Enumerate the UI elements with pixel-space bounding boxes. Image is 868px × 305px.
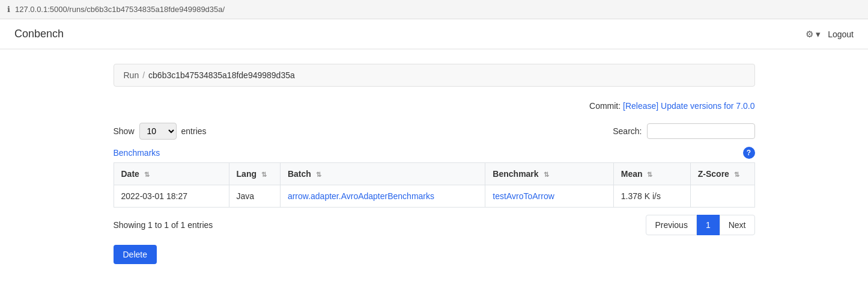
commit-prefix: Commit: bbox=[589, 101, 621, 111]
col-header-mean[interactable]: Mean ⇅ bbox=[613, 163, 690, 185]
commit-line: Commit: [Release] Update versions for 7.… bbox=[114, 101, 755, 111]
batch-link[interactable]: arrow.adapter.AvroAdapterBenchmarks bbox=[288, 191, 434, 201]
table-header: Date ⇅ Lang ⇅ Batch ⇅ Benchmark ⇅ Mean bbox=[114, 163, 754, 185]
col-header-zscore[interactable]: Z-Score ⇅ bbox=[690, 163, 754, 185]
gear-icon: ⚙ bbox=[806, 29, 813, 40]
table-body: 2022-03-01 18:27 Java arrow.adapter.Avro… bbox=[114, 185, 754, 208]
search-label: Search: bbox=[613, 126, 642, 136]
sort-icon-zscore: ⇅ bbox=[734, 171, 739, 179]
pagination: Previous 1 Next bbox=[646, 215, 754, 235]
cell-lang: Java bbox=[229, 185, 280, 208]
previous-button[interactable]: Previous bbox=[646, 215, 696, 235]
main-content: Run / cb6b3c1b47534835a18fde949989d35a C… bbox=[104, 49, 765, 279]
sort-icon-lang: ⇅ bbox=[261, 171, 267, 179]
navbar-right: ⚙ ▾ Logout bbox=[806, 29, 854, 40]
col-header-lang[interactable]: Lang ⇅ bbox=[229, 163, 280, 185]
benchmarks-link[interactable]: Benchmarks bbox=[114, 148, 160, 158]
showing-text: Showing 1 to 1 of 1 entries bbox=[114, 220, 213, 230]
table-footer: Showing 1 to 1 of 1 entries Previous 1 N… bbox=[114, 215, 755, 235]
brand-logo: Conbench bbox=[14, 28, 64, 40]
page-1-button[interactable]: 1 bbox=[697, 215, 720, 235]
breadcrumb-run-id: cb6b3c1b47534835a18fde949989d35a bbox=[148, 70, 295, 80]
header-row: Date ⇅ Lang ⇅ Batch ⇅ Benchmark ⇅ Mean bbox=[114, 163, 754, 185]
cell-batch: arrow.adapter.AvroAdapterBenchmarks bbox=[280, 185, 485, 208]
commit-link[interactable]: [Release] Update versions for 7.0.0 bbox=[623, 101, 754, 111]
table-row: 2022-03-01 18:27 Java arrow.adapter.Avro… bbox=[114, 185, 754, 208]
cell-mean: 1.378 K i/s bbox=[613, 185, 690, 208]
controls-row: Show 10 25 50 100 entries Search: bbox=[114, 123, 755, 140]
address-bar: ℹ 127.0.0.1:5000/runs/cb6b3c1b47534835a1… bbox=[0, 0, 868, 19]
benchmarks-header: Benchmarks ? bbox=[114, 147, 755, 159]
sort-icon-mean: ⇅ bbox=[647, 171, 652, 179]
col-header-date[interactable]: Date ⇅ bbox=[114, 163, 229, 185]
delete-button[interactable]: Delete bbox=[114, 245, 157, 264]
show-label: Show bbox=[114, 126, 135, 136]
cell-zscore bbox=[690, 185, 754, 208]
sort-icon-benchmark: ⇅ bbox=[544, 171, 549, 179]
cell-benchmark: testAvroToArrow bbox=[485, 185, 613, 208]
breadcrumb-run: Run bbox=[124, 70, 139, 80]
data-table: Date ⇅ Lang ⇅ Batch ⇅ Benchmark ⇅ Mean bbox=[114, 162, 755, 208]
url-text: 127.0.0.1:5000/runs/cb6b3c1b47534835a18f… bbox=[15, 5, 225, 14]
help-icon[interactable]: ? bbox=[743, 147, 755, 159]
sort-icon-batch: ⇅ bbox=[316, 171, 321, 179]
search-row: Search: bbox=[613, 123, 754, 139]
next-button[interactable]: Next bbox=[720, 215, 755, 235]
show-entries: Show 10 25 50 100 entries bbox=[114, 123, 207, 140]
entries-label: entries bbox=[181, 126, 207, 136]
info-icon: ℹ bbox=[7, 5, 10, 14]
cell-date: 2022-03-01 18:27 bbox=[114, 185, 229, 208]
benchmark-link[interactable]: testAvroToArrow bbox=[493, 191, 554, 201]
breadcrumb: Run / cb6b3c1b47534835a18fde949989d35a bbox=[114, 64, 755, 87]
entries-select[interactable]: 10 25 50 100 bbox=[139, 123, 177, 140]
gear-button[interactable]: ⚙ ▾ bbox=[806, 29, 821, 40]
breadcrumb-separator: / bbox=[142, 70, 145, 80]
gear-dropdown-icon: ▾ bbox=[816, 29, 821, 40]
col-header-batch[interactable]: Batch ⇅ bbox=[280, 163, 485, 185]
sort-icon-date: ⇅ bbox=[144, 171, 150, 179]
search-input[interactable] bbox=[647, 123, 755, 139]
navbar: Conbench ⚙ ▾ Logout bbox=[0, 19, 868, 49]
logout-button[interactable]: Logout bbox=[828, 29, 854, 39]
col-header-benchmark[interactable]: Benchmark ⇅ bbox=[485, 163, 613, 185]
